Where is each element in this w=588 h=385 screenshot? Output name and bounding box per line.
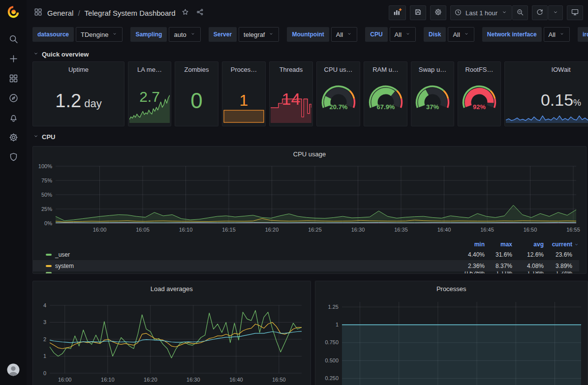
breadcrumb-folder[interactable]: General	[47, 9, 73, 17]
grafana-logo[interactable]	[6, 4, 21, 22]
svg-text:1.25: 1.25	[328, 304, 338, 310]
svg-text:92%: 92%	[473, 103, 486, 111]
zoom-out-time-button[interactable]	[512, 5, 528, 20]
kiosk-mode-button[interactable]	[567, 5, 583, 20]
panel-title[interactable]: Swap u…	[411, 62, 454, 74]
share-dashboard-button[interactable]	[195, 7, 205, 19]
variable-label: Mountpoint	[287, 27, 329, 42]
variable-label: Disk	[424, 27, 446, 42]
variable-value: All	[336, 31, 343, 38]
stat-sparkline	[129, 94, 170, 125]
bottom-panels-row: Load averages 0123416:0016:1016:2016:301…	[32, 281, 588, 385]
star-icon	[181, 8, 189, 18]
variable-value-dropdown[interactable]: All	[331, 27, 357, 42]
legend-avg: 12.6%	[512, 251, 544, 258]
panel-title[interactable]: IOWait	[505, 62, 588, 74]
chevron-down-icon	[464, 31, 469, 38]
variable-value-dropdown[interactable]: All	[390, 27, 416, 42]
legend-sort-avg[interactable]: avg	[512, 241, 544, 248]
sidebar-dashboards-button[interactable]	[0, 69, 27, 89]
save-dashboard-button[interactable]	[410, 5, 426, 20]
sidebar-create-new-button[interactable]	[0, 50, 27, 69]
svg-text:2: 2	[43, 336, 46, 342]
sidebar-configuration-button[interactable]	[0, 128, 27, 148]
variable-server: Servertelegraf	[209, 27, 279, 42]
legend-row-user: _user4.40%31.6%12.6%23.6%	[33, 249, 579, 260]
gear-icon	[434, 8, 442, 18]
refresh-button[interactable]	[532, 5, 548, 20]
series-color-swatch	[46, 272, 52, 274]
variable-value-dropdown[interactable]: telegraf	[239, 27, 279, 42]
chevron-down-icon	[112, 31, 118, 38]
panel-title[interactable]: Load averages	[33, 281, 310, 293]
svg-text:16:40: 16:40	[229, 377, 243, 383]
user-avatar[interactable]	[6, 362, 21, 379]
panel-title[interactable]: CPU usage	[33, 147, 586, 158]
sidebar-server-admin-button[interactable]	[0, 148, 27, 168]
sidebar-search-button[interactable]	[0, 30, 27, 50]
legend-row-system: system2.36%8.37%4.08%3.89%	[33, 260, 579, 271]
stat-value: 1.2	[55, 90, 81, 112]
shield-icon	[8, 152, 19, 164]
panel-title[interactable]: Proces…	[222, 62, 265, 74]
panel-title[interactable]: RAM u…	[364, 62, 407, 74]
load-averages-chart[interactable]: 0123416:0016:1016:2016:3016:4016:50	[33, 298, 310, 385]
variable-value-dropdown[interactable]: All	[448, 27, 474, 42]
legend-avg: 1.18%	[512, 271, 544, 274]
panel-title[interactable]: RootFS…	[458, 62, 500, 74]
add-panel-icon	[393, 7, 402, 18]
stat-panel-ram-u: RAM u…67.9%	[364, 61, 407, 126]
dashboard-title[interactable]: Telegraf System Dashboard	[85, 9, 176, 17]
stat-sparkline	[271, 92, 311, 125]
variable-value-dropdown[interactable]: auto	[169, 27, 200, 42]
star-dashboard-button[interactable]	[180, 7, 190, 19]
time-range-button[interactable]: Last 1 hour	[450, 5, 512, 20]
stat-panel-rootfs: RootFS…92%	[458, 61, 501, 126]
sidebar-alerting-button[interactable]	[0, 109, 27, 128]
svg-text:16:30: 16:30	[351, 227, 365, 233]
cpu-usage-legend: minmaxavgcurrent_user4.40%31.6%12.6%23.6…	[33, 240, 586, 274]
legend-sort-max[interactable]: max	[485, 241, 512, 248]
variable-label: Server	[209, 27, 237, 42]
grafana-app: General / Telegraf System Dashboard	[0, 0, 588, 385]
add-panel-button[interactable]	[389, 5, 406, 20]
svg-text:16:25: 16:25	[308, 227, 322, 233]
variable-value-dropdown[interactable]: TDengine	[76, 27, 123, 42]
svg-text:16:40: 16:40	[437, 227, 451, 233]
panel-title[interactable]: Threads	[270, 62, 312, 74]
variable-label: Network interface	[482, 27, 542, 42]
variable-value-dropdown[interactable]: All	[544, 27, 570, 42]
sidebar	[0, 0, 27, 385]
svg-text:16:55: 16:55	[566, 227, 580, 233]
panel-title[interactable]: Zombies	[175, 62, 218, 74]
panel-cpu-usage: CPU usage 0%25%50%75%100%16:0016:0516:10…	[32, 146, 587, 274]
processes-chart[interactable]: 1.2510.7500.5000.250	[315, 298, 588, 385]
cpu-usage-chart[interactable]: 0%25%50%75%100%16:0016:0516:1016:1516:20…	[33, 163, 586, 237]
svg-text:3: 3	[43, 319, 46, 325]
panel-title[interactable]: Uptime	[33, 62, 124, 74]
time-range-label: Last 1 hour	[465, 9, 497, 17]
legend-current: 1.24%	[544, 271, 572, 274]
panel-title[interactable]: LA me…	[128, 62, 171, 74]
panel-title[interactable]: CPU us…	[317, 62, 360, 74]
legend-sort-current[interactable]: current	[544, 241, 572, 248]
legend-sort-min[interactable]: min	[450, 241, 485, 248]
legend-header: minmaxavgcurrent	[33, 240, 579, 249]
section-quick-overview[interactable]: Quick overview	[32, 48, 588, 60]
variable-value: All	[395, 31, 402, 38]
legend-series-toggle[interactable]: _user	[46, 251, 450, 258]
svg-text:1: 1	[43, 353, 46, 359]
section-cpu[interactable]: CPU	[32, 130, 588, 143]
panel-title[interactable]: Processes	[315, 281, 588, 293]
stat-panel-iowait: IOWait0.15%	[504, 61, 588, 126]
panel-processes: Processes 1.2510.7500.5000.250	[315, 281, 588, 385]
legend-series-toggle[interactable]	[46, 272, 450, 274]
stat-panel-uptime: Uptime1.2day	[32, 61, 124, 126]
dashboard-settings-button[interactable]	[430, 5, 446, 20]
variable-label: datasource	[32, 27, 74, 42]
refresh-interval-button[interactable]	[548, 5, 563, 20]
topbar: General / Telegraf System Dashboard	[27, 0, 588, 26]
legend-series-toggle[interactable]: system	[46, 263, 450, 269]
legend-min: 2.36%	[450, 263, 485, 269]
sidebar-explore-button[interactable]	[0, 89, 27, 109]
